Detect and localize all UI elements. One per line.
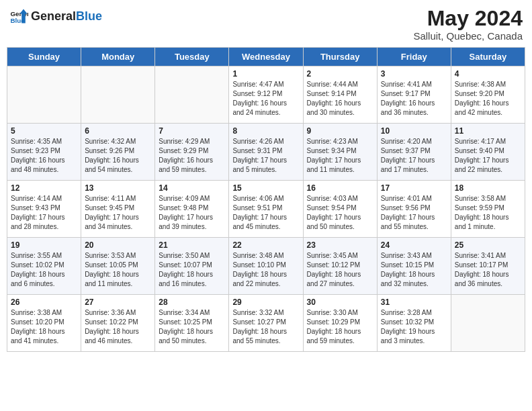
day-info: Sunrise: 3:34 AM Sunset: 10:25 PM Daylig… [159, 308, 225, 346]
day-number: 6 [85, 126, 151, 136]
calendar-cell: 24Sunrise: 3:43 AM Sunset: 10:15 PM Dayl… [377, 238, 451, 295]
day-info: Sunrise: 3:30 AM Sunset: 10:29 PM Daylig… [307, 308, 373, 346]
calendar-cell: 10Sunrise: 4:20 AM Sunset: 9:37 PM Dayli… [377, 124, 451, 181]
calendar-cell: 17Sunrise: 4:01 AM Sunset: 9:56 PM Dayli… [377, 181, 451, 238]
calendar-cell: 12Sunrise: 4:14 AM Sunset: 9:43 PM Dayli… [7, 181, 81, 238]
day-number: 5 [11, 126, 77, 136]
day-info: Sunrise: 4:03 AM Sunset: 9:54 PM Dayligh… [307, 194, 373, 232]
weekday-header-saturday: Saturday [451, 48, 525, 66]
calendar-cell: 23Sunrise: 3:45 AM Sunset: 10:12 PM Dayl… [303, 238, 377, 295]
month-title: May 2024 [413, 7, 523, 30]
day-number: 3 [381, 69, 447, 79]
day-info: Sunrise: 3:45 AM Sunset: 10:12 PM Daylig… [307, 251, 373, 289]
day-number: 30 [307, 298, 373, 307]
day-number: 15 [232, 183, 299, 193]
day-number: 25 [455, 240, 521, 250]
day-info: Sunrise: 4:14 AM Sunset: 9:43 PM Dayligh… [11, 194, 77, 232]
day-number: 9 [307, 126, 373, 136]
calendar-cell: 6Sunrise: 4:32 AM Sunset: 9:26 PM Daylig… [81, 124, 155, 181]
day-info: Sunrise: 4:11 AM Sunset: 9:45 PM Dayligh… [85, 194, 151, 232]
calendar-cell: 3Sunrise: 4:41 AM Sunset: 9:17 PM Daylig… [377, 66, 451, 124]
calendar-cell: 26Sunrise: 3:38 AM Sunset: 10:20 PM Dayl… [7, 295, 81, 352]
calendar-cell [451, 295, 525, 352]
calendar-cell: 16Sunrise: 4:03 AM Sunset: 9:54 PM Dayli… [303, 181, 377, 238]
day-number: 19 [11, 240, 77, 250]
calendar-cell: 28Sunrise: 3:34 AM Sunset: 10:25 PM Dayl… [155, 295, 229, 352]
calendar-cell: 13Sunrise: 4:11 AM Sunset: 9:45 PM Dayli… [81, 181, 155, 238]
week-row-2: 5Sunrise: 4:35 AM Sunset: 9:23 PM Daylig… [7, 124, 525, 181]
day-info: Sunrise: 4:17 AM Sunset: 9:40 PM Dayligh… [455, 137, 521, 175]
day-number: 31 [381, 298, 447, 307]
day-number: 14 [159, 183, 225, 193]
day-info: Sunrise: 4:09 AM Sunset: 9:48 PM Dayligh… [159, 194, 225, 232]
day-number: 22 [232, 240, 299, 250]
day-info: Sunrise: 3:48 AM Sunset: 10:10 PM Daylig… [232, 251, 299, 289]
week-row-3: 12Sunrise: 4:14 AM Sunset: 9:43 PM Dayli… [7, 181, 525, 238]
day-info: Sunrise: 3:38 AM Sunset: 10:20 PM Daylig… [11, 308, 77, 346]
calendar-cell [7, 66, 81, 124]
day-number: 27 [85, 298, 151, 307]
day-info: Sunrise: 4:44 AM Sunset: 9:14 PM Dayligh… [307, 80, 373, 118]
day-number: 11 [455, 126, 521, 136]
day-info: Sunrise: 3:32 AM Sunset: 10:27 PM Daylig… [232, 308, 299, 346]
day-info: Sunrise: 4:29 AM Sunset: 9:29 PM Dayligh… [159, 137, 225, 175]
day-info: Sunrise: 3:43 AM Sunset: 10:15 PM Daylig… [381, 251, 447, 289]
day-number: 29 [232, 298, 299, 307]
weekday-header-tuesday: Tuesday [155, 48, 229, 66]
weekday-header-wednesday: Wednesday [229, 48, 303, 66]
logo: General Blue GeneralBlue [9, 7, 102, 26]
calendar-cell: 9Sunrise: 4:23 AM Sunset: 9:34 PM Daylig… [303, 124, 377, 181]
day-info: Sunrise: 4:01 AM Sunset: 9:56 PM Dayligh… [381, 194, 447, 232]
calendar-cell: 1Sunrise: 4:47 AM Sunset: 9:12 PM Daylig… [229, 66, 303, 124]
weekday-header-sunday: Sunday [7, 48, 81, 66]
day-info: Sunrise: 3:58 AM Sunset: 9:59 PM Dayligh… [455, 194, 521, 232]
calendar-cell: 8Sunrise: 4:26 AM Sunset: 9:31 PM Daylig… [229, 124, 303, 181]
day-number: 16 [307, 183, 373, 193]
day-number: 7 [159, 126, 225, 136]
day-info: Sunrise: 4:32 AM Sunset: 9:26 PM Dayligh… [85, 137, 151, 175]
calendar-cell: 30Sunrise: 3:30 AM Sunset: 10:29 PM Dayl… [303, 295, 377, 352]
day-number: 23 [307, 240, 373, 250]
day-info: Sunrise: 4:38 AM Sunset: 9:20 PM Dayligh… [455, 80, 521, 118]
calendar-cell: 25Sunrise: 3:41 AM Sunset: 10:17 PM Dayl… [451, 238, 525, 295]
day-info: Sunrise: 3:41 AM Sunset: 10:17 PM Daylig… [455, 251, 521, 289]
weekday-header-monday: Monday [81, 48, 155, 66]
day-info: Sunrise: 4:20 AM Sunset: 9:37 PM Dayligh… [381, 137, 447, 175]
day-info: Sunrise: 4:41 AM Sunset: 9:17 PM Dayligh… [381, 80, 447, 118]
week-row-1: 1Sunrise: 4:47 AM Sunset: 9:12 PM Daylig… [7, 66, 525, 124]
calendar-cell: 22Sunrise: 3:48 AM Sunset: 10:10 PM Dayl… [229, 238, 303, 295]
logo-text: GeneralBlue [31, 9, 102, 24]
calendar-cell: 7Sunrise: 4:29 AM Sunset: 9:29 PM Daylig… [155, 124, 229, 181]
logo-icon: General Blue [9, 7, 28, 26]
day-number: 21 [159, 240, 225, 250]
day-info: Sunrise: 4:23 AM Sunset: 9:34 PM Dayligh… [307, 137, 373, 175]
calendar-cell [155, 66, 229, 124]
day-number: 13 [85, 183, 151, 193]
calendar-cell: 31Sunrise: 3:28 AM Sunset: 10:32 PM Dayl… [377, 295, 451, 352]
day-number: 2 [307, 69, 373, 79]
calendar-cell: 21Sunrise: 3:50 AM Sunset: 10:07 PM Dayl… [155, 238, 229, 295]
calendar-cell [81, 66, 155, 124]
calendar-cell: 5Sunrise: 4:35 AM Sunset: 9:23 PM Daylig… [7, 124, 81, 181]
calendar-cell: 11Sunrise: 4:17 AM Sunset: 9:40 PM Dayli… [451, 124, 525, 181]
calendar-cell: 4Sunrise: 4:38 AM Sunset: 9:20 PM Daylig… [451, 66, 525, 124]
page-header: General Blue GeneralBlue May 2024 Sallui… [7, 7, 525, 42]
day-number: 20 [85, 240, 151, 250]
calendar-cell: 14Sunrise: 4:09 AM Sunset: 9:48 PM Dayli… [155, 181, 229, 238]
calendar-cell: 29Sunrise: 3:32 AM Sunset: 10:27 PM Dayl… [229, 295, 303, 352]
day-info: Sunrise: 4:06 AM Sunset: 9:51 PM Dayligh… [232, 194, 299, 232]
title-block: May 2024 Salluit, Quebec, Canada [413, 7, 523, 42]
day-number: 8 [232, 126, 299, 136]
day-info: Sunrise: 3:28 AM Sunset: 10:32 PM Daylig… [381, 308, 447, 346]
day-info: Sunrise: 3:36 AM Sunset: 10:22 PM Daylig… [85, 308, 151, 346]
day-info: Sunrise: 4:35 AM Sunset: 9:23 PM Dayligh… [11, 137, 77, 175]
calendar-cell: 19Sunrise: 3:55 AM Sunset: 10:02 PM Dayl… [7, 238, 81, 295]
day-number: 24 [381, 240, 447, 250]
weekday-header-friday: Friday [377, 48, 451, 66]
weekday-header-thursday: Thursday [303, 48, 377, 66]
calendar-cell: 2Sunrise: 4:44 AM Sunset: 9:14 PM Daylig… [303, 66, 377, 124]
calendar-cell: 18Sunrise: 3:58 AM Sunset: 9:59 PM Dayli… [451, 181, 525, 238]
day-info: Sunrise: 3:50 AM Sunset: 10:07 PM Daylig… [159, 251, 225, 289]
week-row-5: 26Sunrise: 3:38 AM Sunset: 10:20 PM Dayl… [7, 295, 525, 352]
day-info: Sunrise: 4:47 AM Sunset: 9:12 PM Dayligh… [232, 80, 299, 118]
